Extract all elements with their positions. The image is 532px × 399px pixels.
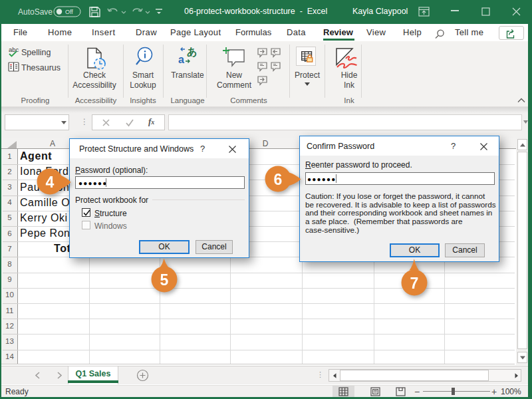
svg-text:7: 7 <box>410 274 419 291</box>
svg-text:あ: あ <box>187 46 197 58</box>
svg-text:a: a <box>178 54 184 65</box>
svg-text:4: 4 <box>46 173 55 190</box>
svg-text:Off: Off <box>65 9 73 15</box>
svg-text:abc: abc <box>9 46 19 53</box>
svg-text:5: 5 <box>160 271 169 288</box>
svg-text:6: 6 <box>274 170 283 188</box>
